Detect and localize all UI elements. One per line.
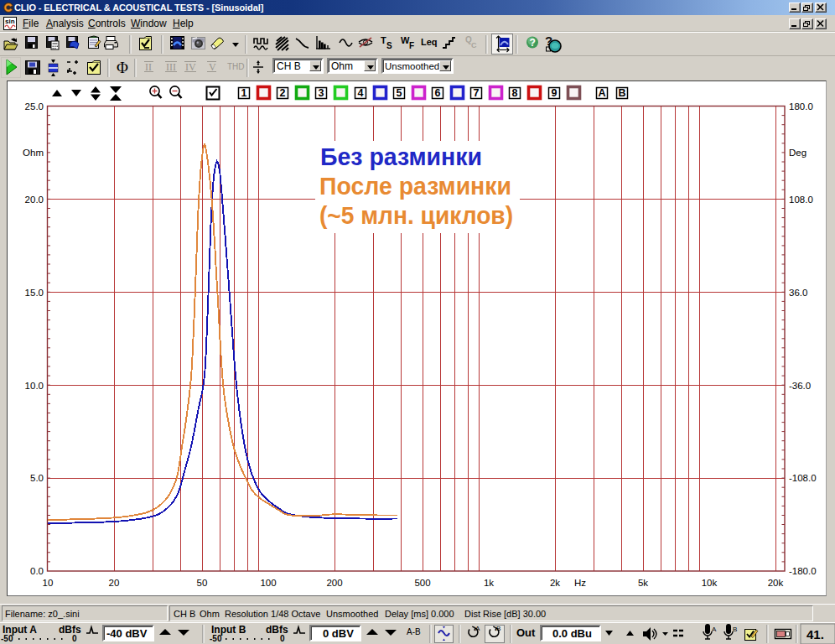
svg-text:10: 10 — [43, 578, 54, 588]
svg-text:-180.0: -180.0 — [789, 566, 817, 576]
svg-text:1: 1 — [241, 87, 247, 99]
svg-text:0: 0 — [72, 634, 77, 643]
svg-text:B: B — [496, 625, 500, 632]
svg-text:0.0: 0.0 — [30, 566, 44, 576]
svg-text:Deg: Deg — [789, 148, 806, 158]
svg-text:6: 6 — [435, 87, 441, 99]
svg-text:Hz: Hz — [574, 578, 586, 588]
svg-text:7: 7 — [474, 87, 480, 99]
svg-text:A-B: A-B — [407, 627, 421, 636]
svg-text:20k: 20k — [768, 578, 784, 588]
svg-text:500: 500 — [414, 578, 430, 588]
svg-text:5: 5 — [397, 87, 402, 99]
svg-text:10k: 10k — [702, 578, 718, 588]
svg-text:200: 200 — [326, 578, 342, 588]
svg-text:41.: 41. — [806, 627, 824, 641]
svg-text:20.0: 20.0 — [25, 195, 44, 205]
svg-text:Ohm: Ohm — [23, 148, 44, 158]
svg-text:9: 9 — [552, 87, 558, 99]
svg-text:1k: 1k — [484, 578, 494, 588]
svg-text:36.0: 36.0 — [789, 288, 807, 298]
svg-text:dBfs: dBfs — [266, 624, 288, 636]
svg-text:5k: 5k — [638, 578, 648, 588]
svg-text:A: A — [712, 626, 717, 633]
svg-text:Без разминки: Без разминки — [320, 143, 482, 170]
svg-text:0: 0 — [280, 634, 285, 643]
svg-text:8: 8 — [512, 87, 518, 99]
svg-text:(~5 млн. циклов): (~5 млн. циклов) — [319, 202, 513, 229]
svg-text:100: 100 — [260, 578, 276, 588]
svg-text:-50: -50 — [210, 634, 222, 643]
svg-text:50: 50 — [197, 578, 208, 588]
svg-text:10.0: 10.0 — [25, 381, 44, 391]
svg-text:5.0: 5.0 — [30, 473, 44, 483]
svg-text:20: 20 — [109, 578, 120, 588]
svg-text:4: 4 — [358, 87, 364, 99]
svg-text:A: A — [598, 87, 605, 99]
svg-text:2k: 2k — [550, 578, 560, 588]
svg-text:Out: Out — [516, 626, 536, 639]
svg-text:A: A — [475, 625, 480, 632]
svg-text:108.0: 108.0 — [789, 195, 813, 205]
svg-text:2: 2 — [280, 87, 286, 99]
svg-text:-108.0: -108.0 — [789, 473, 817, 483]
svg-text:B: B — [733, 626, 737, 633]
svg-text:25.0: 25.0 — [25, 101, 44, 112]
svg-text:dBfs: dBfs — [59, 624, 81, 636]
svg-text:15.0: 15.0 — [25, 288, 44, 298]
svg-text:-50: -50 — [1, 634, 13, 643]
svg-text:B: B — [618, 87, 625, 99]
svg-text:3: 3 — [319, 87, 324, 99]
svg-text:180.0: 180.0 — [789, 101, 813, 112]
svg-text:После разминки: После разминки — [319, 173, 511, 200]
svg-text:-36.0: -36.0 — [789, 381, 811, 391]
